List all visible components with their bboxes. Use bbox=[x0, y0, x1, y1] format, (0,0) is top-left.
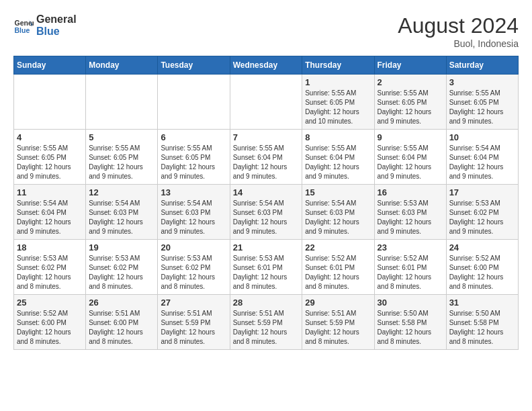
calendar-cell: 16Sunrise: 5:53 AM Sunset: 6:03 PM Dayli… bbox=[374, 185, 446, 240]
day-info: Sunrise: 5:53 AM Sunset: 6:02 PM Dayligh… bbox=[17, 254, 83, 291]
calendar-cell: 4Sunrise: 5:55 AM Sunset: 6:05 PM Daylig… bbox=[14, 130, 86, 185]
calendar-cell bbox=[158, 75, 230, 130]
day-number: 28 bbox=[233, 298, 300, 308]
weekday-header-monday: Monday bbox=[86, 56, 158, 75]
day-number: 10 bbox=[449, 132, 515, 142]
day-info: Sunrise: 5:55 AM Sunset: 6:05 PM Dayligh… bbox=[378, 89, 443, 126]
day-number: 16 bbox=[378, 187, 443, 197]
day-number: 9 bbox=[378, 132, 443, 142]
calendar-cell: 22Sunrise: 5:52 AM Sunset: 6:01 PM Dayli… bbox=[302, 240, 374, 295]
day-number: 12 bbox=[89, 187, 154, 197]
calendar-cell: 7Sunrise: 5:55 AM Sunset: 6:04 PM Daylig… bbox=[230, 130, 302, 185]
calendar-cell: 26Sunrise: 5:51 AM Sunset: 6:00 PM Dayli… bbox=[86, 295, 158, 350]
week-row-3: 11Sunrise: 5:54 AM Sunset: 6:04 PM Dayli… bbox=[14, 185, 519, 240]
logo: General Blue General Blue bbox=[13, 13, 77, 37]
location: Buol, Indonesia bbox=[398, 38, 519, 49]
month-year: August 2024 bbox=[398, 13, 519, 38]
day-info: Sunrise: 5:53 AM Sunset: 6:02 PM Dayligh… bbox=[449, 199, 515, 236]
calendar-cell: 23Sunrise: 5:52 AM Sunset: 6:01 PM Dayli… bbox=[374, 240, 446, 295]
week-row-5: 25Sunrise: 5:52 AM Sunset: 6:00 PM Dayli… bbox=[14, 295, 519, 350]
day-info: Sunrise: 5:54 AM Sunset: 6:03 PM Dayligh… bbox=[89, 199, 154, 236]
calendar-cell: 31Sunrise: 5:50 AM Sunset: 5:58 PM Dayli… bbox=[446, 295, 518, 350]
calendar-table: SundayMondayTuesdayWednesdayThursdayFrid… bbox=[13, 56, 519, 350]
day-info: Sunrise: 5:54 AM Sunset: 6:03 PM Dayligh… bbox=[161, 199, 226, 236]
calendar-cell: 29Sunrise: 5:51 AM Sunset: 5:59 PM Dayli… bbox=[302, 295, 374, 350]
weekday-header-wednesday: Wednesday bbox=[230, 56, 302, 75]
calendar-cell: 19Sunrise: 5:53 AM Sunset: 6:02 PM Dayli… bbox=[86, 240, 158, 295]
day-number: 11 bbox=[17, 187, 83, 197]
day-number: 17 bbox=[449, 187, 515, 197]
day-number: 7 bbox=[233, 132, 300, 142]
day-info: Sunrise: 5:51 AM Sunset: 5:59 PM Dayligh… bbox=[233, 309, 300, 347]
weekday-header-friday: Friday bbox=[374, 56, 446, 75]
calendar-cell: 18Sunrise: 5:53 AM Sunset: 6:02 PM Dayli… bbox=[14, 240, 86, 295]
day-number: 14 bbox=[233, 187, 300, 197]
day-info: Sunrise: 5:54 AM Sunset: 6:03 PM Dayligh… bbox=[305, 199, 371, 236]
day-number: 26 bbox=[89, 298, 154, 308]
day-info: Sunrise: 5:52 AM Sunset: 6:00 PM Dayligh… bbox=[17, 309, 83, 347]
calendar-cell: 21Sunrise: 5:53 AM Sunset: 6:01 PM Dayli… bbox=[230, 240, 302, 295]
day-number: 24 bbox=[449, 242, 515, 253]
calendar-cell: 3Sunrise: 5:55 AM Sunset: 6:05 PM Daylig… bbox=[446, 75, 518, 130]
day-number: 31 bbox=[449, 298, 515, 308]
weekday-header-thursday: Thursday bbox=[302, 56, 374, 75]
weekday-header-tuesday: Tuesday bbox=[158, 56, 230, 75]
day-number: 6 bbox=[161, 132, 226, 142]
day-info: Sunrise: 5:53 AM Sunset: 6:03 PM Dayligh… bbox=[378, 199, 443, 236]
day-info: Sunrise: 5:55 AM Sunset: 6:05 PM Dayligh… bbox=[17, 144, 83, 181]
calendar-cell: 25Sunrise: 5:52 AM Sunset: 6:00 PM Dayli… bbox=[14, 295, 86, 350]
day-info: Sunrise: 5:52 AM Sunset: 6:00 PM Dayligh… bbox=[449, 254, 515, 291]
day-number: 23 bbox=[378, 242, 443, 253]
day-number: 3 bbox=[449, 77, 515, 87]
day-info: Sunrise: 5:50 AM Sunset: 5:58 PM Dayligh… bbox=[378, 309, 443, 347]
day-info: Sunrise: 5:55 AM Sunset: 6:05 PM Dayligh… bbox=[449, 89, 515, 126]
weekday-header-sunday: Sunday bbox=[14, 56, 86, 75]
day-info: Sunrise: 5:55 AM Sunset: 6:05 PM Dayligh… bbox=[305, 89, 371, 126]
title-block: August 2024 Buol, Indonesia bbox=[398, 13, 519, 49]
calendar-cell: 10Sunrise: 5:54 AM Sunset: 6:04 PM Dayli… bbox=[446, 130, 518, 185]
logo-line1: General bbox=[36, 13, 77, 26]
day-info: Sunrise: 5:55 AM Sunset: 6:04 PM Dayligh… bbox=[305, 144, 371, 181]
calendar-cell: 12Sunrise: 5:54 AM Sunset: 6:03 PM Dayli… bbox=[86, 185, 158, 240]
calendar-cell: 8Sunrise: 5:55 AM Sunset: 6:04 PM Daylig… bbox=[302, 130, 374, 185]
page-header: General Blue General Blue August 2024 Bu… bbox=[13, 13, 519, 49]
day-info: Sunrise: 5:51 AM Sunset: 5:59 PM Dayligh… bbox=[161, 309, 226, 347]
weekday-header-saturday: Saturday bbox=[446, 56, 518, 75]
calendar-cell: 30Sunrise: 5:50 AM Sunset: 5:58 PM Dayli… bbox=[374, 295, 446, 350]
day-number: 2 bbox=[378, 77, 443, 87]
day-info: Sunrise: 5:54 AM Sunset: 6:04 PM Dayligh… bbox=[449, 144, 515, 181]
calendar-cell: 11Sunrise: 5:54 AM Sunset: 6:04 PM Dayli… bbox=[14, 185, 86, 240]
day-number: 8 bbox=[305, 132, 371, 142]
day-info: Sunrise: 5:50 AM Sunset: 5:58 PM Dayligh… bbox=[449, 309, 515, 347]
day-info: Sunrise: 5:55 AM Sunset: 6:04 PM Dayligh… bbox=[378, 144, 443, 181]
day-info: Sunrise: 5:53 AM Sunset: 6:02 PM Dayligh… bbox=[89, 254, 154, 291]
calendar-cell: 9Sunrise: 5:55 AM Sunset: 6:04 PM Daylig… bbox=[374, 130, 446, 185]
day-number: 29 bbox=[305, 298, 371, 308]
day-info: Sunrise: 5:55 AM Sunset: 6:05 PM Dayligh… bbox=[89, 144, 154, 181]
header-row: SundayMondayTuesdayWednesdayThursdayFrid… bbox=[14, 56, 519, 75]
day-number: 21 bbox=[233, 242, 300, 253]
day-number: 25 bbox=[17, 298, 83, 308]
day-number: 18 bbox=[17, 242, 83, 253]
calendar-cell: 13Sunrise: 5:54 AM Sunset: 6:03 PM Dayli… bbox=[158, 185, 230, 240]
day-info: Sunrise: 5:52 AM Sunset: 6:01 PM Dayligh… bbox=[378, 254, 443, 291]
day-number: 30 bbox=[378, 298, 443, 308]
day-info: Sunrise: 5:55 AM Sunset: 6:04 PM Dayligh… bbox=[233, 144, 300, 181]
calendar-cell: 1Sunrise: 5:55 AM Sunset: 6:05 PM Daylig… bbox=[302, 75, 374, 130]
calendar-cell: 20Sunrise: 5:53 AM Sunset: 6:02 PM Dayli… bbox=[158, 240, 230, 295]
day-info: Sunrise: 5:55 AM Sunset: 6:05 PM Dayligh… bbox=[161, 144, 226, 181]
calendar-cell: 2Sunrise: 5:55 AM Sunset: 6:05 PM Daylig… bbox=[374, 75, 446, 130]
day-info: Sunrise: 5:52 AM Sunset: 6:01 PM Dayligh… bbox=[305, 254, 371, 291]
day-number: 1 bbox=[305, 77, 371, 87]
day-number: 15 bbox=[305, 187, 371, 197]
calendar-cell: 27Sunrise: 5:51 AM Sunset: 5:59 PM Dayli… bbox=[158, 295, 230, 350]
logo-line2: Blue bbox=[36, 26, 77, 38]
day-info: Sunrise: 5:51 AM Sunset: 6:00 PM Dayligh… bbox=[89, 309, 154, 347]
day-info: Sunrise: 5:53 AM Sunset: 6:01 PM Dayligh… bbox=[233, 254, 300, 291]
calendar-cell: 15Sunrise: 5:54 AM Sunset: 6:03 PM Dayli… bbox=[302, 185, 374, 240]
calendar-cell: 24Sunrise: 5:52 AM Sunset: 6:00 PM Dayli… bbox=[446, 240, 518, 295]
calendar-cell: 6Sunrise: 5:55 AM Sunset: 6:05 PM Daylig… bbox=[158, 130, 230, 185]
day-number: 20 bbox=[161, 242, 226, 253]
week-row-2: 4Sunrise: 5:55 AM Sunset: 6:05 PM Daylig… bbox=[14, 130, 519, 185]
day-number: 27 bbox=[161, 298, 226, 308]
